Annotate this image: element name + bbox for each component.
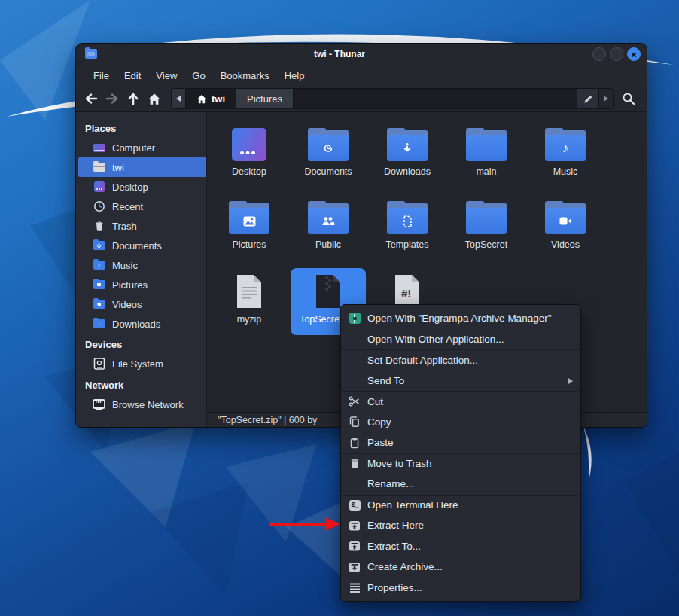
- file-topsecret-folder[interactable]: TopSecret: [449, 195, 524, 262]
- sidebar-item-trash[interactable]: Trash: [76, 216, 206, 236]
- up-button[interactable]: [123, 89, 144, 108]
- engrampa-icon: [347, 313, 362, 325]
- trash-icon: [347, 458, 362, 470]
- home-button[interactable]: [144, 89, 165, 108]
- menu-item-extract-to[interactable]: Extract To...: [341, 536, 580, 557]
- home-folder-icon: [93, 161, 105, 173]
- chevron-right-icon: [604, 96, 608, 102]
- sidebar-header-places: Places: [76, 118, 206, 138]
- statusbar-text: "TopSecret.zip" | 600 by: [218, 415, 317, 425]
- menu-item-send-to[interactable]: Send To: [341, 371, 580, 392]
- plain-folder-icon: [466, 201, 507, 234]
- sidebar-item-downloads[interactable]: ↓ Downloads: [76, 314, 206, 334]
- menu-edit[interactable]: Edit: [117, 67, 148, 84]
- submenu-arrow-icon: [568, 378, 573, 384]
- menu-item-extract-here[interactable]: Extract Here: [341, 515, 580, 536]
- file-templates[interactable]: Templates: [370, 195, 445, 262]
- menu-bookmarks[interactable]: Bookmarks: [213, 67, 277, 84]
- sidebar-item-recent[interactable]: Recent: [76, 197, 206, 216]
- back-button[interactable]: [81, 89, 102, 108]
- edit-path-button[interactable]: [577, 89, 598, 108]
- pictures-folder-icon: [229, 201, 269, 234]
- clipboard-icon: [347, 437, 362, 449]
- search-button[interactable]: [618, 89, 639, 108]
- sidebar-item-browse-network[interactable]: Browse Network: [76, 395, 206, 414]
- sidebar-item-documents[interactable]: Documents: [76, 236, 206, 255]
- recent-clock-icon: [93, 200, 105, 212]
- window-folder-icon: [85, 49, 97, 59]
- documents-folder-icon: [308, 128, 349, 161]
- sidebar-item-music[interactable]: ♪ Music: [76, 255, 206, 275]
- window-title: twi - Thunar: [76, 49, 647, 59]
- public-folder-icon: [308, 201, 349, 234]
- titlebar[interactable]: twi - Thunar: [76, 44, 647, 65]
- menu-item-paste[interactable]: Paste: [341, 432, 580, 453]
- menu-item-open-with-other[interactable]: Open With Other Application...: [341, 329, 580, 350]
- sidebar-item-videos[interactable]: Videos: [76, 294, 206, 314]
- menu-file[interactable]: File: [86, 67, 117, 84]
- sidebar-header-network: Network: [76, 375, 206, 395]
- music-folder-icon: ♪: [93, 259, 105, 271]
- breadcrumb-child[interactable]: Pictures: [236, 89, 294, 108]
- file-myzip[interactable]: myzip: [212, 268, 287, 335]
- menu-view[interactable]: View: [148, 67, 184, 84]
- menu-item-move-to-trash[interactable]: Move to Trash: [341, 453, 580, 474]
- templates-folder-icon: [387, 201, 428, 234]
- sidebar-header-devices: Devices: [76, 334, 206, 354]
- crumbs-scroll-left-button[interactable]: [172, 89, 186, 108]
- crumbs-scroll-right-button[interactable]: [598, 89, 613, 108]
- menu-item-copy[interactable]: Copy: [341, 412, 580, 433]
- toolbar: twi Pictures: [76, 86, 647, 111]
- properties-icon: [347, 582, 362, 594]
- file-main[interactable]: main: [449, 122, 524, 189]
- downloads-folder-icon: [387, 128, 428, 161]
- downloads-folder-icon: ↓: [93, 318, 105, 330]
- sidebar-item-pictures[interactable]: Pictures: [76, 275, 206, 294]
- sidebar-item-file-system[interactable]: File System: [76, 354, 206, 374]
- close-button[interactable]: [627, 47, 641, 61]
- menu-item-properties[interactable]: Properties...: [341, 578, 580, 599]
- file-videos[interactable]: Videos: [528, 195, 603, 262]
- disk-icon: [93, 358, 105, 370]
- file-desktop[interactable]: Desktop: [212, 122, 287, 189]
- breadcrumb-label: Pictures: [247, 93, 282, 105]
- sidebar-item-computer[interactable]: Computer: [76, 138, 206, 157]
- menu-item-cut[interactable]: Cut: [341, 391, 580, 412]
- forward-button[interactable]: [102, 89, 123, 108]
- file-documents[interactable]: Documents: [291, 122, 366, 189]
- file-downloads[interactable]: Downloads: [370, 122, 445, 189]
- menu-item-create-archive[interactable]: Create Archive...: [341, 557, 580, 578]
- file-public[interactable]: Public: [291, 195, 366, 262]
- network-icon: [93, 398, 105, 410]
- sidebar-item-desktop[interactable]: Desktop: [76, 177, 206, 197]
- menu-item-rename[interactable]: Rename...: [341, 474, 580, 495]
- forward-arrow-icon: [105, 93, 120, 105]
- desktop-icon: [93, 181, 105, 193]
- sidebar-item-twi[interactable]: twi: [78, 157, 206, 177]
- menu-item-open-terminal-here[interactable]: $_ Open Terminal Here: [341, 495, 580, 516]
- desktop-tile-icon: [232, 128, 266, 161]
- menu-item-open-with-engrampa[interactable]: Open With "Engrampa Archive Manager": [341, 308, 580, 329]
- menubar: File Edit View Go Bookmarks Help: [76, 65, 647, 86]
- sidebar: Places Computer twi Desktop Recent: [76, 112, 207, 427]
- file-music[interactable]: ♪ Music: [528, 122, 603, 189]
- menu-item-set-default-application[interactable]: Set Default Application...: [341, 349, 580, 371]
- extract-icon: [347, 540, 362, 552]
- videos-folder-icon: [93, 298, 105, 310]
- maximize-button[interactable]: [610, 47, 623, 61]
- documents-folder-icon: [93, 239, 105, 252]
- zip-file-icon: [314, 274, 343, 309]
- minimize-button[interactable]: [592, 47, 606, 61]
- videos-folder-icon: [545, 201, 586, 234]
- pictures-folder-icon: [93, 279, 105, 291]
- pencil-icon: [583, 93, 594, 105]
- breadcrumb-current[interactable]: twi: [186, 89, 236, 108]
- menu-help[interactable]: Help: [277, 67, 312, 84]
- path-entry[interactable]: [294, 89, 577, 108]
- menu-go[interactable]: Go: [184, 67, 212, 84]
- trash-icon: [93, 220, 105, 232]
- text-file-icon: [235, 274, 263, 309]
- archive-icon: [347, 561, 362, 573]
- file-pictures[interactable]: Pictures: [212, 195, 287, 262]
- path-bar: twi Pictures: [171, 88, 614, 109]
